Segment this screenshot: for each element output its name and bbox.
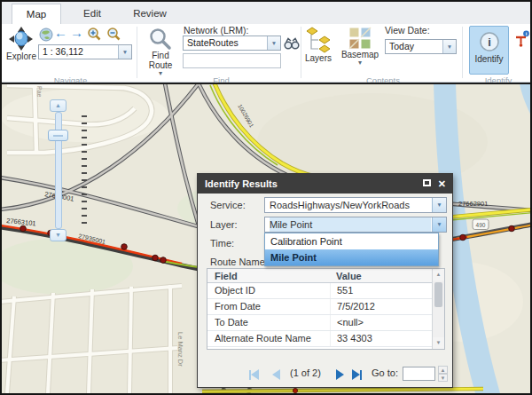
view-date-dropdown-arrow-icon[interactable]: ▼ [442,40,456,53]
find-route-input[interactable] [183,53,281,68]
last-page-button[interactable] [352,368,362,380]
time-label: Time: [210,238,234,249]
binoculars-search-icon[interactable] [284,37,300,51]
group-separator [301,27,301,78]
layer-value: Mile Point [270,217,431,232]
find-route-caret-icon: ▾ [142,70,179,77]
attribute-table: Field Value Object ID 551 From Date 7/5/… [207,268,445,350]
view-date-value: Today [389,40,442,53]
next-page-button[interactable] [336,368,344,380]
identify-button[interactable]: i Identify [469,26,509,75]
tab-map[interactable]: Map [12,4,61,24]
zoom-in-icon[interactable] [87,27,102,42]
dialog-titlebar[interactable]: Identify Results ✕ [198,174,452,194]
goto-label: Go to: [372,367,398,378]
route-label-right: 27662901 [458,200,488,208]
map-scale-combo[interactable]: 1 : 36,112 ▼ [38,44,132,59]
scrollbar-thumb[interactable] [434,282,442,307]
layers-toc-icon [306,27,331,53]
svg-text:490: 490 [476,222,486,228]
cell-value: 7/5/2012 [330,299,430,314]
service-label: Service: [210,200,246,210]
maximize-icon[interactable] [423,179,431,186]
cell-value: 33 4303 [330,331,430,346]
find-route-magnifier-icon [149,28,172,51]
network-lrm-value: StateRoutes [187,36,266,50]
table-header-field: Field [215,269,319,282]
page-indicator: (1 of 2) [290,367,321,378]
group-separator [462,27,463,78]
table-scrollbar[interactable]: ▲ ▼ [432,269,444,349]
route-shield-490: 490 [473,219,489,230]
identify-button-label: Identify [470,54,508,64]
service-value: RoadsHighways/NewYorkRoads [270,198,431,212]
scrollbar-up-icon[interactable]: ▲ [433,269,444,280]
table-row[interactable]: Object ID 551 [207,283,432,299]
route-name-label: Route Name: [210,257,268,267]
zoom-slider-ticks [82,115,87,227]
identify-route-tool-icon[interactable]: i [513,30,530,48]
explore-label: Explore [4,51,38,61]
layer-label: Layer: [210,219,238,230]
table-header-value: Value [330,269,430,282]
scrollbar-down-icon[interactable]: ▼ [433,337,444,349]
goto-page-input[interactable] [403,367,435,381]
tab-review[interactable]: Review [122,4,177,24]
cell-value: <null> [330,315,430,330]
ribbon: Explore ← → 1 : 36,112 ▼ Navigate [2,24,530,83]
explore-compass-icon [9,27,34,51]
cell-field: From Date [215,299,319,314]
find-route-button[interactable]: Find Route ▾ [142,28,179,79]
dropdown-option-mile-point[interactable]: Mile Point [265,249,438,265]
service-dropdown-arrow-icon[interactable]: ▼ [432,198,446,212]
zoom-slider-up-button[interactable]: ▲ [50,99,66,112]
layers-label: Layers [303,53,333,63]
identify-info-circle-icon: i [479,31,500,52]
identify-results-dialog: Identify Results ✕ Service: RoadsHighway… [197,173,453,388]
full-extent-globe-icon[interactable] [39,28,53,42]
network-lrm-combo[interactable]: StateRoutes ▼ [183,36,281,51]
dropdown-option-calibration-point[interactable]: Calibration Point [265,233,438,249]
first-page-button[interactable] [249,368,259,380]
zoom-slider-thumb[interactable] [48,130,68,141]
back-extent-arrow-icon[interactable]: ← [54,25,67,40]
street-label-top: Pae [36,86,43,98]
view-date-combo[interactable]: Today ▼ [385,39,457,54]
svg-text:i: i [488,36,491,49]
close-icon[interactable]: ✕ [438,177,446,191]
cell-value: 551 [330,283,430,298]
layer-dropdown-list: Calibration Point Mile Point [264,233,439,266]
forward-extent-arrow-icon[interactable]: → [70,25,83,40]
ribbon-tab-strip: Map Edit Review [2,2,530,24]
spinner-down-icon[interactable]: ▼ [438,374,448,382]
basemap-tiles-icon [348,27,372,50]
explore-button[interactable]: Explore [4,27,38,73]
view-date-label: View Date: [385,25,430,36]
table-row[interactable]: To Date <null> [207,315,432,331]
app-window: Map Edit Review Explore ← → [0,0,532,395]
zoom-out-icon[interactable] [106,27,121,42]
table-row[interactable]: Alternate Route Name 33 4303 [207,331,432,347]
layer-dropdown-arrow-icon[interactable]: ▼ [432,217,446,232]
spinner-up-icon[interactable]: ▲ [438,366,448,374]
basemap-button[interactable]: Basemap ▾ [340,27,379,76]
table-row[interactable]: From Date 7/5/2012 [207,299,432,315]
zoom-slider-down-button[interactable]: ▼ [50,229,66,241]
scale-dropdown-arrow-icon[interactable]: ▼ [118,45,131,59]
map-scale-value: 1 : 36,112 [43,45,117,59]
goto-spinner[interactable]: ▲ ▼ [438,366,448,382]
tab-edit[interactable]: Edit [69,4,115,24]
network-dropdown-arrow-icon[interactable]: ▼ [267,36,280,50]
cell-field: To Date [215,315,319,330]
layers-button[interactable]: Layers [303,27,333,69]
service-combo[interactable]: RoadsHighways/NewYorkRoads ▼ [264,197,447,213]
street-label-le-manz: Le Manz Dr [176,332,184,367]
pagination-bar: (1 of 2) Go to: ▲ ▼ [198,364,454,383]
basemap-caret-icon: ▾ [340,59,379,67]
group-separator [137,27,137,78]
previous-page-button[interactable] [272,368,280,380]
cell-field: Object ID [215,283,319,298]
table-header-row: Field Value [207,269,432,283]
cell-field: Alternate Route Name [215,331,319,346]
layer-combo[interactable]: Mile Point ▼ [264,217,447,233]
